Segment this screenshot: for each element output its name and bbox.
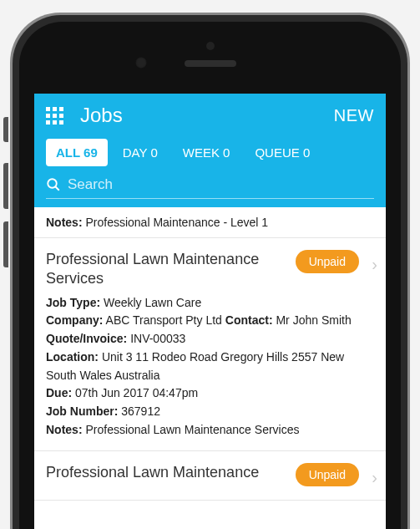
notes-label: Notes:: [46, 216, 83, 229]
tab-all[interactable]: ALL 69: [46, 139, 108, 166]
tab-day[interactable]: DAY 0: [113, 139, 168, 166]
notes-text: Professional Maintenance - Level 1: [85, 216, 268, 229]
app-screen: Jobs NEW ALL 69 DAY 0 WEEK 0 QUEUE 0: [34, 94, 386, 529]
search-icon: [46, 177, 61, 192]
search-bar[interactable]: [46, 176, 374, 199]
tab-queue[interactable]: QUEUE 0: [245, 139, 320, 166]
tab-week[interactable]: WEEK 0: [173, 139, 240, 166]
phone-camera: [135, 57, 147, 69]
company-contact-row: Company: ABC Transport Pty Ltd Contact: …: [46, 312, 361, 330]
status-badge: Unpaid: [296, 463, 359, 486]
new-button[interactable]: NEW: [334, 106, 374, 125]
phone-volume-up: [3, 163, 8, 209]
phone-volume-down: [3, 221, 8, 267]
job-number-row: Job Number: 367912: [46, 403, 361, 421]
job-type-row: Job Type: Weekly Lawn Care: [46, 294, 361, 313]
app-header: Jobs NEW ALL 69 DAY 0 WEEK 0 QUEUE 0: [34, 94, 386, 207]
phone-sensor: [206, 42, 215, 50]
chevron-right-icon: ›: [372, 255, 377, 274]
job-card[interactable]: Unpaid › Professional Lawn Maintenance S…: [34, 238, 386, 451]
job-card[interactable]: Unpaid › Professional Lawn Maintenance: [34, 451, 386, 500]
status-badge: Unpaid: [296, 250, 359, 273]
svg-line-1: [55, 186, 59, 191]
due-row: Due: 07th Jun 2017 04:47pm: [46, 384, 361, 403]
menu-grid-icon[interactable]: [46, 107, 63, 125]
top-notes-row: Notes: Professional Maintenance - Level …: [34, 207, 386, 238]
notes-row: Notes: Professional Lawn Maintenance Ser…: [46, 421, 361, 440]
chevron-right-icon: ›: [372, 468, 377, 487]
quote-invoice-row: Quote/Invoice: INV-00033: [46, 330, 361, 348]
jobs-list: Notes: Professional Maintenance - Level …: [34, 207, 386, 501]
filter-tabs: ALL 69 DAY 0 WEEK 0 QUEUE 0: [46, 139, 374, 166]
svg-point-0: [48, 179, 57, 188]
phone-frame: Jobs NEW ALL 69 DAY 0 WEEK 0 QUEUE 0: [10, 13, 410, 529]
phone-speaker: [185, 60, 236, 67]
page-title: Jobs: [80, 104, 334, 127]
phone-mute-switch: [3, 117, 8, 142]
location-row: Location: Unit 3 11 Rodeo Road Gregory H…: [46, 348, 361, 384]
search-input[interactable]: [68, 176, 374, 193]
